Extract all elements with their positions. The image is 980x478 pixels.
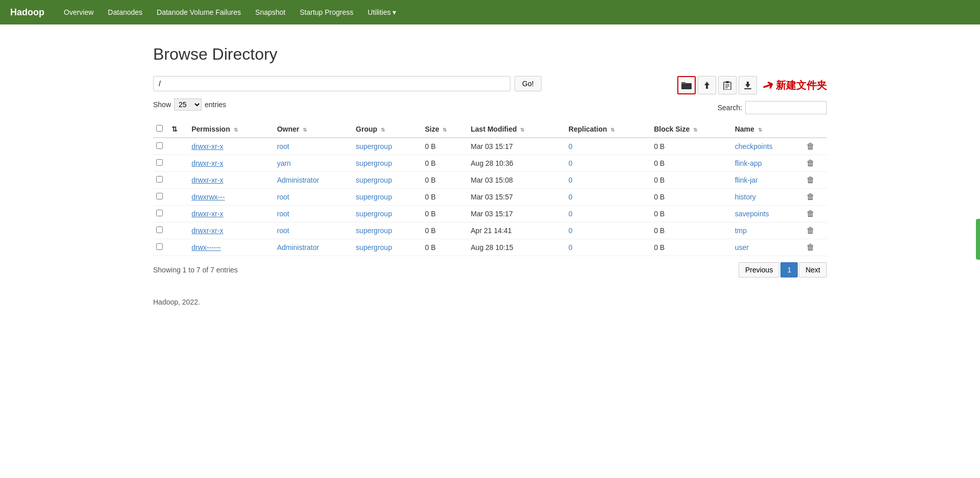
next-button[interactable]: Next [799,262,827,278]
row-checkbox[interactable] [156,159,163,166]
table-row: drwx------Administratorsupergroup0 BAug … [153,239,827,256]
row-checkbox[interactable] [156,193,163,199]
size-cell: 0 B [422,138,468,155]
download-button[interactable] [739,76,757,94]
last-modified-cell: Mar 03 15:17 [468,206,566,222]
row-checkbox[interactable] [156,210,163,216]
th-name[interactable]: Name ⇅ [732,121,804,138]
delete-icon[interactable]: 🗑 [806,243,815,251]
replication-link[interactable]: 0 [569,227,573,235]
delete-icon[interactable]: 🗑 [806,175,815,184]
block-size-cell: 0 B [651,189,731,206]
name-link[interactable]: savepoints [735,210,769,218]
permission-link[interactable]: drwxr-xr-x [191,142,223,150]
group-link[interactable]: supergroup [356,159,392,167]
nav-item-datanodes[interactable]: Datanodes [101,0,150,24]
owner-link[interactable]: Administrator [277,176,319,184]
show-select[interactable]: 25 10 50 100 [174,98,202,111]
owner-link[interactable]: root [277,227,289,235]
replication-link[interactable]: 0 [569,159,573,167]
name-link[interactable]: flink-jar [735,176,758,184]
path-input[interactable] [153,76,510,91]
download-icon [743,81,752,90]
th-owner[interactable]: Owner ⇅ [274,121,353,138]
name-link[interactable]: user [735,243,749,251]
permission-link[interactable]: drwxr-xr-x [191,159,223,167]
block-size-cell: 0 B [651,155,731,172]
permission-link[interactable]: drwxr-xr-x [191,210,223,218]
clipboard-button[interactable] [718,76,737,94]
name-link[interactable]: history [735,193,756,201]
new-folder-button[interactable] [677,76,696,94]
delete-icon[interactable]: 🗑 [806,226,815,235]
nav-item-overview[interactable]: Overview [57,0,101,24]
th-group[interactable]: Group ⇅ [353,121,422,138]
group-link[interactable]: supergroup [356,176,392,184]
sort-size-icon: ⇅ [443,127,447,133]
pagination-info: Showing 1 to 7 of 7 entries [153,266,238,274]
owner-link[interactable]: yarn [277,159,291,167]
th-block-size[interactable]: Block Size ⇅ [651,121,731,138]
nav-item-utilities[interactable]: Utilities ▾ [360,0,403,24]
name-link[interactable]: checkpoints [735,142,773,150]
group-link[interactable]: supergroup [356,243,392,251]
annotation-label: 新建文件夹 [776,79,827,92]
replication-link[interactable]: 0 [569,210,573,218]
permission-link[interactable]: drwx------ [191,243,221,251]
nav-item-datanode-volume-failures[interactable]: Datanode Volume Failures [150,0,248,24]
permission-link[interactable]: drwxr-xr-x [191,227,223,235]
sort-group-icon: ⇅ [381,127,385,133]
block-size-cell: 0 B [651,239,731,256]
row-checkbox[interactable] [156,243,163,250]
permission-link[interactable]: drwxrwx--- [191,193,225,201]
last-modified-cell: Mar 03 15:17 [468,138,566,155]
select-all-header [153,121,168,138]
th-actions [803,121,827,138]
delete-icon[interactable]: 🗑 [806,159,815,167]
permission-link[interactable]: drwxr-xr-x [191,176,223,184]
group-link[interactable]: supergroup [356,193,392,201]
th-size[interactable]: Size ⇅ [422,121,468,138]
th-last-modified[interactable]: Last Modified ⇅ [468,121,566,138]
svg-marker-8 [745,82,750,88]
group-link[interactable]: supergroup [356,210,392,218]
row-checkbox[interactable] [156,227,163,233]
replication-link[interactable]: 0 [569,176,573,184]
replication-link[interactable]: 0 [569,243,573,251]
table-row: drwxr-xr-xyarnsupergroup0 BAug 28 10:360… [153,155,827,172]
search-input[interactable] [745,101,827,114]
owner-link[interactable]: Administrator [277,243,319,251]
replication-link[interactable]: 0 [569,142,573,150]
pagination-buttons: Previous 1 Next [739,262,827,278]
row-checkbox[interactable] [156,142,163,149]
owner-link[interactable]: root [277,193,289,201]
group-link[interactable]: supergroup [356,227,392,235]
delete-icon[interactable]: 🗑 [806,209,815,218]
scrollbar-indicator[interactable] [976,219,980,260]
row-checkbox[interactable] [156,176,163,183]
select-all-checkbox[interactable] [156,125,163,132]
size-cell: 0 B [422,155,468,172]
upload-button[interactable] [698,76,716,94]
pagination-area: Showing 1 to 7 of 7 entries Previous 1 N… [153,262,827,278]
last-modified-cell: Mar 03 15:57 [468,189,566,206]
name-link[interactable]: tmp [735,227,747,235]
name-link[interactable]: flink-app [735,159,762,167]
delete-icon[interactable]: 🗑 [806,192,815,201]
replication-link[interactable]: 0 [569,193,573,201]
delete-icon[interactable]: 🗑 [806,142,815,150]
th-replication[interactable]: Replication ⇅ [566,121,651,138]
svg-rect-4 [726,81,729,83]
action-buttons [677,76,757,94]
owner-link[interactable]: root [277,142,289,150]
group-link[interactable]: supergroup [356,142,392,150]
go-button[interactable]: Go! [514,76,542,91]
th-sort-icon[interactable]: ⇅ [168,121,188,138]
table-row: drwxr-xr-xrootsupergroup0 BApr 21 14:410… [153,222,827,239]
page-1-button[interactable]: 1 [780,262,798,278]
owner-link[interactable]: root [277,210,289,218]
nav-item-snapshot[interactable]: Snapshot [248,0,292,24]
th-permission[interactable]: Permission ⇅ [188,121,274,138]
nav-item-startup-progress[interactable]: Startup Progress [292,0,360,24]
previous-button[interactable]: Previous [739,262,779,278]
